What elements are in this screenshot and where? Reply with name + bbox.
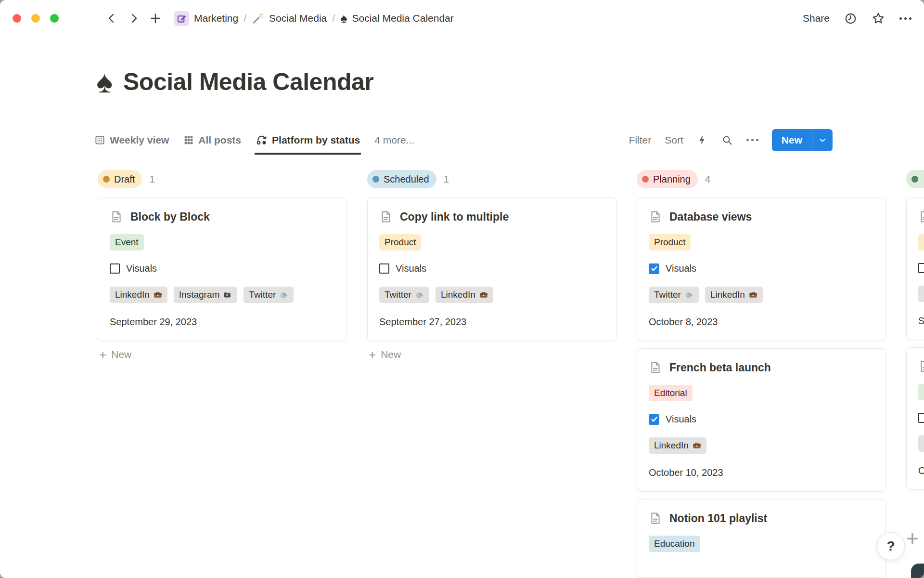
view-tabs: Weekly view All posts Platform by status… bbox=[94, 126, 414, 154]
status-badge-scheduled[interactable]: Scheduled bbox=[367, 170, 436, 188]
card-date: October 8, 2023 bbox=[649, 316, 874, 328]
tab-more-views[interactable]: 4 more... bbox=[374, 126, 414, 154]
bird-icon bbox=[685, 290, 693, 299]
chevron-down-icon[interactable] bbox=[812, 129, 833, 151]
search-icon[interactable] bbox=[721, 134, 733, 146]
card-french-beta-launch[interactable]: French beta launch Editorial Visuals Lin… bbox=[637, 348, 886, 492]
visuals-checkbox[interactable] bbox=[110, 263, 120, 274]
page-header: ♠ Social Media Calendar bbox=[96, 66, 373, 97]
visuals-label: Visuals bbox=[666, 414, 696, 425]
visuals-checkbox[interactable] bbox=[918, 413, 924, 423]
breadcrumb-label: Marketing bbox=[194, 13, 238, 24]
status-dot bbox=[911, 176, 918, 183]
status-dot bbox=[372, 176, 379, 183]
card-copy-link-to-multiple[interactable]: Copy link to multiple Product Visuals Tw… bbox=[367, 197, 616, 341]
tab-weekly-view[interactable]: Weekly view bbox=[94, 126, 169, 154]
visuals-checkbox[interactable] bbox=[918, 263, 924, 273]
new-entry-button[interactable]: New bbox=[772, 129, 812, 151]
bird-icon bbox=[280, 290, 288, 299]
filter-button[interactable]: Filter bbox=[629, 134, 652, 146]
board-column-partial: S O bbox=[906, 170, 924, 578]
visuals-checkbox[interactable] bbox=[649, 414, 659, 425]
category-tag: Editorial bbox=[649, 385, 693, 401]
platform-tag-linkedin: LinkedIn bbox=[705, 287, 763, 303]
tab-all-posts[interactable]: All posts bbox=[183, 126, 241, 154]
visuals-checkbox[interactable] bbox=[379, 263, 389, 274]
view-more-options-icon[interactable] bbox=[746, 139, 758, 141]
add-group-plus-icon[interactable]: + bbox=[906, 528, 919, 549]
board-column-draft: Draft 1 Block by Block Event Visuals Lin… bbox=[98, 170, 347, 578]
platform-tag-twitter: Twitter bbox=[244, 287, 294, 303]
new-page-icon[interactable] bbox=[149, 12, 162, 25]
card-partial[interactable]: S bbox=[906, 197, 924, 340]
category-tag: Product bbox=[379, 234, 421, 250]
sort-button[interactable]: Sort bbox=[665, 134, 683, 146]
more-options-icon[interactable] bbox=[899, 17, 911, 20]
page-icon bbox=[110, 210, 123, 223]
updates-clock-icon[interactable] bbox=[844, 12, 857, 25]
category-tag bbox=[918, 384, 924, 400]
card-block-by-block[interactable]: Block by Block Event Visuals LinkedIn In… bbox=[98, 197, 347, 341]
share-button[interactable]: Share bbox=[803, 13, 830, 24]
spade-icon: ♠ bbox=[340, 12, 347, 25]
status-badge-planning[interactable]: Planning bbox=[637, 170, 698, 188]
visuals-label: Visuals bbox=[396, 263, 426, 274]
briefcase-icon bbox=[154, 290, 162, 299]
card-date: October 10, 2023 bbox=[649, 467, 874, 478]
add-card-button[interactable]: + New bbox=[99, 348, 347, 361]
minimize-window-button[interactable] bbox=[31, 14, 40, 23]
breadcrumb-item-social-media-calendar[interactable]: ♠ Social Media Calendar bbox=[340, 12, 454, 25]
column-header bbox=[906, 170, 924, 189]
grid-icon bbox=[183, 135, 194, 145]
kanban-board: Draft 1 Block by Block Event Visuals Lin… bbox=[98, 170, 924, 578]
platform-tag bbox=[918, 435, 924, 452]
card-title: Copy link to multiple bbox=[400, 210, 509, 223]
tab-label: 4 more... bbox=[374, 134, 414, 146]
card-date: S bbox=[918, 315, 924, 327]
add-card-button[interactable]: + New bbox=[369, 348, 616, 361]
page-icon bbox=[649, 210, 662, 223]
breadcrumb-separator: / bbox=[332, 13, 335, 24]
card-date: September 29, 2023 bbox=[110, 316, 335, 328]
plus-icon: + bbox=[99, 348, 106, 361]
visuals-label: Visuals bbox=[666, 263, 696, 274]
sidebar-menu-icon[interactable] bbox=[74, 13, 89, 24]
page-icon bbox=[649, 512, 662, 525]
category-tag: Product bbox=[649, 234, 691, 250]
close-window-button[interactable] bbox=[13, 14, 21, 23]
window-toolbar: Marketing / Social Media / ♠ Social Medi… bbox=[0, 0, 924, 37]
page-spade-icon[interactable]: ♠ bbox=[96, 66, 113, 97]
calendar-icon bbox=[94, 134, 105, 145]
bird-icon bbox=[415, 290, 424, 299]
visuals-checkbox[interactable] bbox=[649, 263, 659, 274]
visuals-label: Visuals bbox=[126, 263, 157, 274]
platform-tag-linkedin: LinkedIn bbox=[436, 287, 493, 303]
card-notion-101-playlist[interactable]: Notion 101 playlist Education bbox=[637, 499, 886, 578]
camera-flash-icon bbox=[223, 290, 232, 299]
card-partial[interactable]: O bbox=[906, 347, 924, 490]
compose-icon bbox=[174, 11, 189, 26]
status-badge-draft[interactable]: Draft bbox=[98, 170, 142, 188]
status-dot bbox=[103, 176, 110, 183]
back-icon[interactable] bbox=[106, 13, 117, 24]
favorite-star-icon[interactable] bbox=[872, 12, 885, 25]
category-tag: Education bbox=[649, 536, 700, 552]
breadcrumb-item-social-media[interactable]: Social Media bbox=[252, 12, 327, 25]
lightning-icon[interactable] bbox=[697, 134, 708, 145]
help-button[interactable]: ? bbox=[877, 532, 905, 560]
column-header: Draft 1 bbox=[98, 170, 347, 189]
status-badge-partial[interactable] bbox=[906, 170, 924, 188]
page-icon bbox=[918, 210, 924, 223]
card-database-views[interactable]: Database views Product Visuals Twitter L… bbox=[637, 197, 886, 341]
forward-icon[interactable] bbox=[128, 13, 140, 24]
tab-platform-by-status[interactable]: Platform by status bbox=[256, 126, 360, 154]
breadcrumb-item-marketing[interactable]: Marketing bbox=[174, 11, 238, 26]
page-title[interactable]: Social Media Calendar bbox=[123, 68, 373, 96]
card-title: French beta launch bbox=[669, 361, 771, 374]
platform-tag-twitter: Twitter bbox=[649, 287, 699, 303]
breadcrumb-label: Social Media Calendar bbox=[352, 13, 453, 24]
view-controls: Filter Sort New bbox=[629, 129, 833, 151]
breadcrumb-separator: / bbox=[244, 13, 246, 24]
column-count: 1 bbox=[444, 173, 449, 185]
zoom-window-button[interactable] bbox=[50, 14, 59, 23]
